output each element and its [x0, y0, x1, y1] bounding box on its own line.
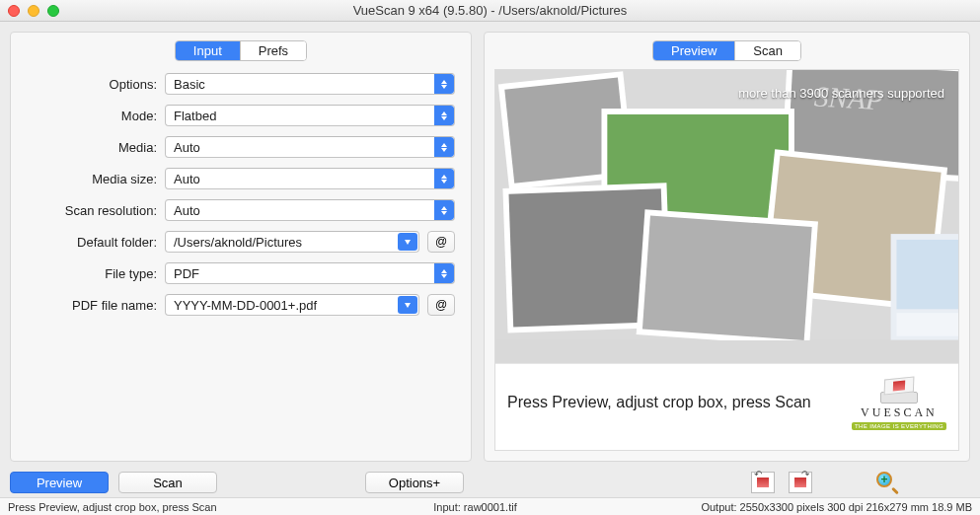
label-mode: Mode: — [19, 109, 157, 123]
scanner-icon — [880, 374, 918, 404]
label-file-type: File type: — [19, 266, 157, 281]
window-title: VueScan 9 x64 (9.5.80) - /Users/aknold/P… — [0, 3, 980, 18]
tab-scan[interactable]: Scan — [734, 41, 800, 60]
select-media-size[interactable]: Auto — [165, 168, 455, 189]
label-default-folder: Default folder: — [19, 235, 157, 250]
main-content: Input Prefs Options: Basic Mode: Flatbed — [0, 22, 980, 466]
label-media-size: Media size: — [19, 172, 157, 186]
settings-panel: Input Prefs Options: Basic Mode: Flatbed — [10, 32, 472, 462]
preview-hint-text: Press Preview, adjust crop box, press Sc… — [507, 394, 811, 411]
left-segmented-control: Input Prefs — [175, 40, 307, 61]
close-window-icon[interactable] — [8, 5, 20, 17]
settings-form: Options: Basic Mode: Flatbed Media: Auto — [11, 69, 471, 326]
window-titlebar: VueScan 9 x64 (9.5.80) - /Users/aknold/P… — [0, 0, 980, 22]
brand-tagline: THE IMAGE IS EVERYTHING — [852, 422, 946, 430]
label-pdf-file-name: PDF file name: — [19, 298, 157, 313]
right-tabbar: Preview Scan — [485, 33, 969, 69]
label-scan-resolution: Scan resolution: — [19, 203, 157, 218]
svg-rect-13 — [642, 216, 812, 340]
brand-name: VUESCAN — [861, 405, 938, 420]
chevron-updown-icon — [434, 200, 454, 220]
zoom-window-icon[interactable] — [47, 5, 59, 17]
chevron-updown-icon — [434, 263, 454, 283]
label-media: Media: — [19, 140, 157, 155]
photo-collage-icon: SNAP — [495, 70, 958, 340]
browse-folder-button[interactable]: @ — [427, 231, 455, 253]
minimize-window-icon[interactable] — [28, 5, 39, 17]
rotate-right-button[interactable]: ↷ — [787, 470, 814, 495]
preview-panel: Preview Scan SNAP more than 3900 scanner… — [484, 32, 970, 462]
preview-image[interactable]: SNAP more than 3900 scanners supported — [495, 70, 958, 364]
combo-pdf-file-name[interactable]: YYYY-MM-DD-0001+.pdf — [165, 294, 419, 316]
options-plus-button[interactable]: Options+ — [365, 472, 464, 493]
preview-hint-row: Press Preview, adjust crop box, press Sc… — [495, 364, 958, 450]
preview-overlay-text: more than 3900 scanners supported — [738, 86, 944, 101]
right-segmented-control: Preview Scan — [652, 40, 801, 61]
tab-prefs[interactable]: Prefs — [240, 41, 306, 60]
scan-button[interactable]: Scan — [118, 472, 217, 493]
status-left: Press Preview, adjust crop box, press Sc… — [8, 501, 304, 513]
preview-area: SNAP more than 3900 scanners supported P… — [494, 69, 959, 451]
chevron-down-icon — [398, 296, 417, 314]
select-media[interactable]: Auto — [165, 136, 455, 158]
chevron-updown-icon — [434, 106, 454, 125]
select-file-type[interactable]: PDF — [165, 262, 455, 284]
select-options[interactable]: Basic — [165, 73, 455, 95]
vuescan-logo: VUESCAN THE IMAGE IS EVERYTHING — [852, 374, 946, 430]
chevron-updown-icon — [434, 169, 454, 188]
select-scan-resolution[interactable]: Auto — [165, 199, 455, 221]
chevron-updown-icon — [434, 137, 454, 157]
svg-rect-15 — [896, 240, 958, 309]
tab-input[interactable]: Input — [176, 41, 240, 60]
left-tabbar: Input Prefs — [11, 33, 471, 69]
combo-default-folder[interactable]: /Users/aknold/Pictures — [165, 231, 419, 253]
rotate-right-icon: ↷ — [789, 472, 812, 493]
rotate-left-button[interactable]: ↶ — [749, 470, 777, 495]
label-options: Options: — [19, 77, 157, 92]
rotate-left-icon: ↶ — [751, 472, 775, 493]
status-bar: Press Preview, adjust crop box, press Sc… — [0, 497, 980, 515]
tab-preview[interactable]: Preview — [653, 41, 734, 60]
preview-button[interactable]: Preview — [10, 472, 109, 493]
chevron-down-icon — [398, 233, 417, 251]
zoom-in-button[interactable]: + — [873, 470, 901, 495]
svg-rect-16 — [896, 313, 958, 335]
select-mode[interactable]: Flatbed — [165, 105, 455, 126]
traffic-lights — [8, 5, 59, 17]
magnifier-plus-icon: + — [876, 472, 898, 493]
status-center: Input: raw0001.tif — [304, 501, 646, 513]
bottom-button-bar: Preview Scan Options+ ↶ ↷ + — [0, 466, 980, 497]
chevron-updown-icon — [434, 74, 454, 94]
status-right: Output: 2550x3300 pixels 300 dpi 216x279… — [646, 501, 972, 513]
browse-file-button[interactable]: @ — [427, 294, 455, 316]
